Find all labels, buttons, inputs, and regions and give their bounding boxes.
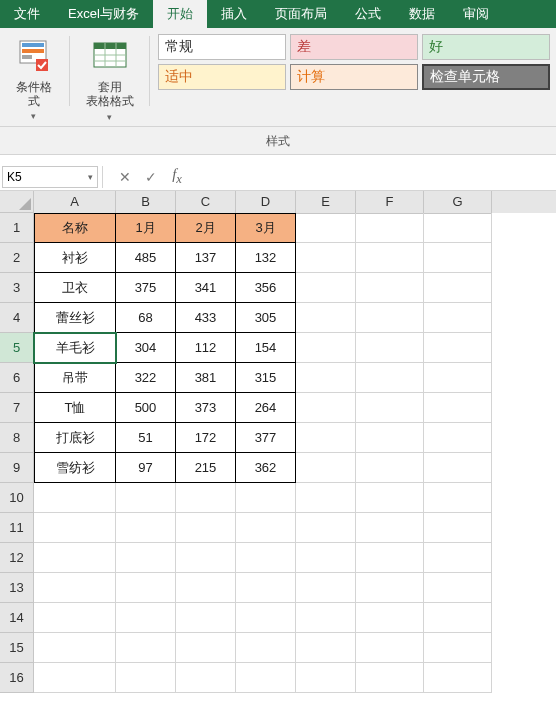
cell[interactable] [34,573,116,603]
row-header[interactable]: 15 [0,633,34,663]
cell[interactable] [296,543,356,573]
cell[interactable]: 341 [176,273,236,303]
cell[interactable]: 雪纺衫 [34,453,116,483]
cell[interactable] [424,483,492,513]
cell[interactable] [116,513,176,543]
cell[interactable] [356,243,424,273]
cell[interactable]: 264 [236,393,296,423]
style-check-cell[interactable]: 检查单元格 [422,64,550,90]
cell[interactable]: 打底衫 [34,423,116,453]
row-header[interactable]: 11 [0,513,34,543]
column-header[interactable]: C [176,191,236,214]
cell[interactable]: 97 [116,453,176,483]
cell[interactable] [116,603,176,633]
tab-review[interactable]: 审阅 [449,0,503,28]
cell[interactable]: 381 [176,363,236,393]
cell[interactable] [296,243,356,273]
cell[interactable]: 51 [116,423,176,453]
cell[interactable] [176,543,236,573]
cell[interactable]: 名称 [34,213,116,243]
style-normal[interactable]: 常规 [158,34,286,60]
row-header[interactable]: 3 [0,273,34,303]
cell[interactable] [356,303,424,333]
tab-formulas[interactable]: 公式 [341,0,395,28]
cell[interactable] [424,603,492,633]
cell[interactable]: 362 [236,453,296,483]
cell[interactable] [176,663,236,693]
cell[interactable] [296,483,356,513]
cell[interactable]: 卫衣 [34,273,116,303]
conditional-format-button[interactable]: 条件格式▾ [6,34,61,124]
cell[interactable]: 356 [236,273,296,303]
cell[interactable] [176,633,236,663]
cell[interactable] [296,423,356,453]
cell[interactable]: 3月 [236,213,296,243]
cell[interactable] [296,213,356,243]
cell[interactable] [236,483,296,513]
tab-page-layout[interactable]: 页面布局 [261,0,341,28]
cell[interactable] [356,363,424,393]
cell[interactable] [424,453,492,483]
cell[interactable] [424,213,492,243]
cell[interactable] [236,633,296,663]
cell[interactable]: 375 [116,273,176,303]
cell[interactable] [356,483,424,513]
cell[interactable]: 蕾丝衫 [34,303,116,333]
column-header[interactable]: D [236,191,296,214]
cell[interactable] [176,603,236,633]
column-header[interactable]: E [296,191,356,214]
tab-insert[interactable]: 插入 [207,0,261,28]
style-bad[interactable]: 差 [290,34,418,60]
cell[interactable] [356,423,424,453]
cell[interactable]: 1月 [116,213,176,243]
cell[interactable] [34,663,116,693]
cell[interactable]: 304 [116,333,176,363]
cell[interactable] [424,393,492,423]
column-header[interactable]: F [356,191,424,214]
cell[interactable]: 衬衫 [34,243,116,273]
format-as-table-button[interactable]: 套用 表格格式 ▾ [78,34,141,124]
cell[interactable] [34,513,116,543]
select-all-button[interactable] [0,191,34,213]
cell[interactable]: 315 [236,363,296,393]
cell[interactable]: 68 [116,303,176,333]
cell[interactable] [296,363,356,393]
row-header[interactable]: 6 [0,363,34,393]
row-header[interactable]: 9 [0,453,34,483]
cell[interactable]: 215 [176,453,236,483]
cell[interactable] [34,483,116,513]
cell[interactable]: 433 [176,303,236,333]
fx-icon[interactable]: fx [166,166,188,188]
cell[interactable]: 322 [116,363,176,393]
cell[interactable] [296,393,356,423]
cancel-icon[interactable]: ✕ [114,166,136,188]
cell[interactable]: T恤 [34,393,116,423]
cell[interactable] [34,543,116,573]
cell[interactable] [296,303,356,333]
cell[interactable] [296,513,356,543]
cell[interactable] [424,303,492,333]
enter-icon[interactable]: ✓ [140,166,162,188]
cell[interactable] [296,273,356,303]
cell[interactable] [116,633,176,663]
tab-data[interactable]: 数据 [395,0,449,28]
column-header[interactable]: A [34,191,116,214]
style-good[interactable]: 好 [422,34,550,60]
row-header[interactable]: 5 [0,333,34,363]
cell[interactable]: 172 [176,423,236,453]
row-header[interactable]: 14 [0,603,34,633]
cell[interactable] [424,633,492,663]
cell[interactable] [424,243,492,273]
cell[interactable] [236,513,296,543]
cell[interactable] [296,453,356,483]
row-header[interactable]: 1 [0,213,34,243]
column-header[interactable]: B [116,191,176,214]
cell[interactable]: 吊带 [34,363,116,393]
row-header[interactable]: 2 [0,243,34,273]
cell[interactable] [176,483,236,513]
cell[interactable] [34,633,116,663]
cells-area[interactable]: 名称1月2月3月衬衫485137132卫衣375341356蕾丝衫6843330… [34,213,556,693]
row-header[interactable]: 4 [0,303,34,333]
cell[interactable] [236,663,296,693]
cell[interactable] [356,393,424,423]
